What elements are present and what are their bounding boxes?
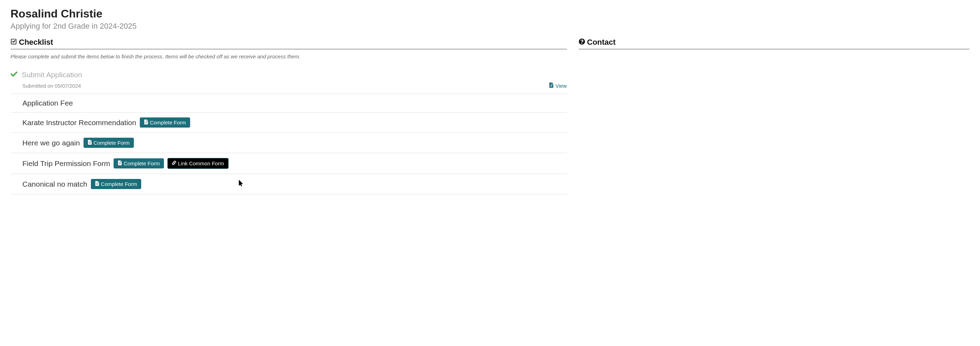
checklist-item: Application Fee	[11, 94, 567, 113]
checklist-item-title: Here we go again	[22, 139, 80, 147]
checklist-item-title: Application Fee	[22, 99, 73, 107]
question-circle-icon	[579, 38, 585, 47]
view-link-label: View	[555, 83, 566, 89]
side-column: Contact	[579, 38, 969, 194]
checklist-item-title: Karate Instructor Recommendation	[22, 119, 136, 127]
submitted-date-text: Submitted on 05/07/2024	[22, 83, 81, 89]
checklist-instruction: Please complete and submit the items bel…	[11, 54, 567, 59]
checklist-heading-text: Checklist	[19, 38, 53, 47]
contact-section-header: Contact	[579, 38, 969, 49]
checklist-item-title: Canonical no match	[22, 180, 88, 188]
button-label: Complete Form	[124, 160, 160, 167]
button-label: Complete Form	[94, 140, 130, 146]
page-subtitle: Applying for 2nd Grade in 2024-2025	[11, 22, 969, 31]
complete-form-button[interactable]: Complete Form	[91, 179, 141, 189]
complete-form-button[interactable]: Complete Form	[140, 117, 190, 128]
page-title: Rosalind Christie	[11, 7, 969, 20]
complete-form-button[interactable]: Complete Form	[84, 138, 134, 148]
checklist-section-header: Checklist	[11, 38, 567, 49]
checklist-item-title: Field Trip Permission Form	[22, 159, 110, 168]
link-icon	[172, 160, 176, 167]
file-icon	[95, 181, 99, 187]
checklist-item: Submit Application Submitted on 05/07/20…	[11, 66, 567, 94]
checklist-item: Field Trip Permission Form Complete Form…	[11, 153, 567, 174]
checklist-item: Karate Instructor Recommendation Complet…	[11, 113, 567, 133]
button-label: Complete Form	[101, 181, 137, 187]
link-common-form-button[interactable]: Link Common Form	[167, 158, 229, 169]
complete-form-button[interactable]: Complete Form	[114, 158, 164, 168]
file-icon	[144, 119, 148, 125]
file-icon	[118, 160, 122, 167]
file-icon	[88, 140, 92, 146]
main-column: Checklist Please complete and submit the…	[11, 38, 567, 194]
button-label: Link Common Form	[178, 160, 224, 167]
button-label: Complete Form	[150, 119, 186, 125]
checklist-item: Here we go again Complete Form	[11, 133, 567, 153]
contact-heading-text: Contact	[587, 38, 616, 47]
checklist-item: Canonical no match Complete Form	[11, 174, 567, 194]
checklist-icon	[11, 38, 17, 47]
check-icon	[11, 71, 18, 79]
view-link[interactable]: View	[549, 83, 566, 89]
checklist-item-title: Submit Application	[22, 71, 82, 79]
page-header: Rosalind Christie Applying for 2nd Grade…	[11, 7, 969, 31]
file-icon	[549, 83, 554, 89]
